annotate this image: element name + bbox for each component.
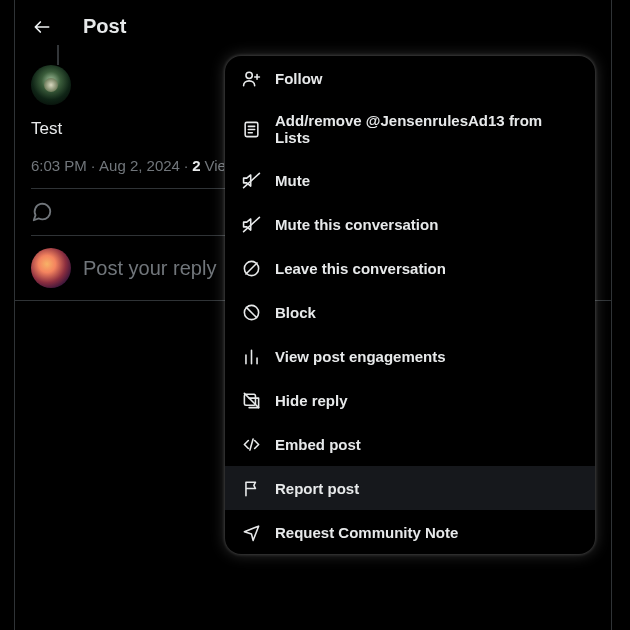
menu-item-follow[interactable]: Follow (225, 56, 595, 100)
menu-item-mute[interactable]: Mute (225, 158, 595, 202)
menu-item-label: Leave this conversation (275, 260, 446, 277)
menu-item-label: Request Community Note (275, 524, 458, 541)
menu-item-mute-conversation[interactable]: Mute this conversation (225, 202, 595, 246)
follow-icon (241, 68, 261, 88)
header: Post (15, 0, 611, 53)
menu-item-label: Mute this conversation (275, 216, 438, 233)
menu-item-label: Report post (275, 480, 359, 497)
menu-item-embed[interactable]: Embed post (225, 422, 595, 466)
svg-point-0 (245, 72, 251, 78)
post-views-count[interactable]: 2 (192, 157, 200, 174)
arrow-left-icon (32, 17, 52, 37)
reply-button[interactable] (31, 201, 172, 223)
back-button[interactable] (25, 10, 59, 44)
embed-icon (241, 434, 261, 454)
reply-icon (31, 201, 53, 223)
menu-item-report[interactable]: Report post (225, 466, 595, 510)
thread-connector (57, 45, 59, 65)
list-icon (241, 119, 261, 139)
mute-convo-icon (241, 214, 261, 234)
menu-item-leave-conversation[interactable]: Leave this conversation (225, 246, 595, 290)
menu-item-engagements[interactable]: View post engagements (225, 334, 595, 378)
post-more-menu: Follow Add/remove @JensenrulesAd13 from … (225, 56, 595, 554)
page-title: Post (83, 15, 126, 38)
post-views-label[interactable]: Views (204, 157, 224, 174)
menu-item-label: Add/remove @JensenrulesAd13 from Lists (275, 112, 579, 146)
menu-item-label: Embed post (275, 436, 361, 453)
menu-item-block[interactable]: Block (225, 290, 595, 334)
community-note-icon (241, 522, 261, 542)
leave-convo-icon (241, 258, 261, 278)
post-time[interactable]: 6:03 PM (31, 157, 87, 174)
menu-item-label: View post engagements (275, 348, 446, 365)
menu-item-lists[interactable]: Add/remove @JensenrulesAd13 from Lists (225, 100, 595, 158)
menu-item-community-note[interactable]: Request Community Note (225, 510, 595, 554)
menu-item-hide-reply[interactable]: Hide reply (225, 378, 595, 422)
menu-item-label: Hide reply (275, 392, 348, 409)
menu-item-label: Follow (275, 70, 323, 87)
mute-icon (241, 170, 261, 190)
author-avatar[interactable] (31, 65, 71, 105)
self-avatar[interactable] (31, 248, 71, 288)
menu-item-label: Block (275, 304, 316, 321)
block-icon (241, 302, 261, 322)
report-icon (241, 478, 261, 498)
post-date[interactable]: Aug 2, 2024 (99, 157, 180, 174)
menu-item-label: Mute (275, 172, 310, 189)
reply-placeholder: Post your reply (83, 257, 216, 280)
engagements-icon (241, 346, 261, 366)
hide-reply-icon (241, 390, 261, 410)
